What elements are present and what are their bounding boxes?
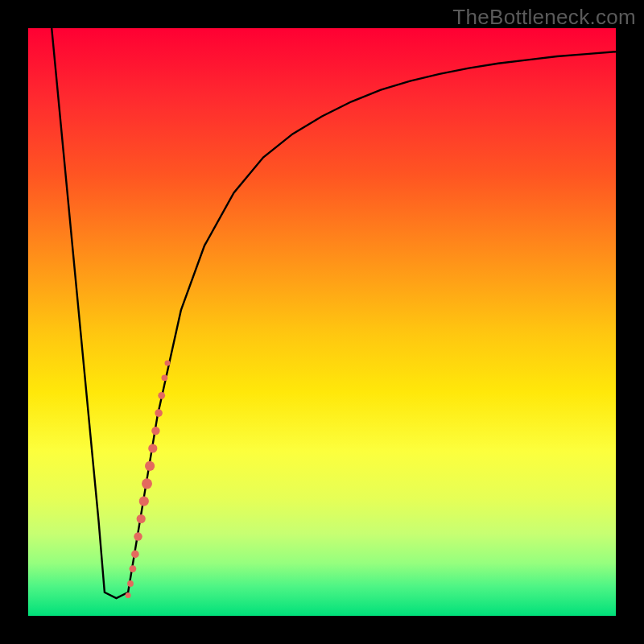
chart-svg [28, 28, 616, 616]
plot-area [28, 28, 616, 616]
highlight-dot [131, 551, 139, 559]
highlight-dot [148, 444, 157, 452]
highlight-dot [165, 361, 171, 366]
highlight-dot [126, 592, 131, 598]
bottleneck-curve [52, 28, 616, 598]
highlight-dot [139, 497, 149, 506]
highlight-dot [142, 478, 152, 489]
highlight-dots [126, 361, 171, 598]
highlight-dot [155, 409, 163, 417]
highlight-dot [130, 565, 137, 572]
chart-frame: TheBottleneck.com [0, 0, 644, 644]
highlight-dot [162, 374, 168, 381]
highlight-dot [151, 427, 159, 435]
highlight-dot [145, 461, 155, 471]
highlight-dot [134, 532, 142, 540]
highlight-dot [137, 514, 146, 523]
watermark-text: TheBottleneck.com [452, 5, 636, 30]
highlight-dot [158, 392, 165, 399]
highlight-dot [127, 580, 134, 587]
